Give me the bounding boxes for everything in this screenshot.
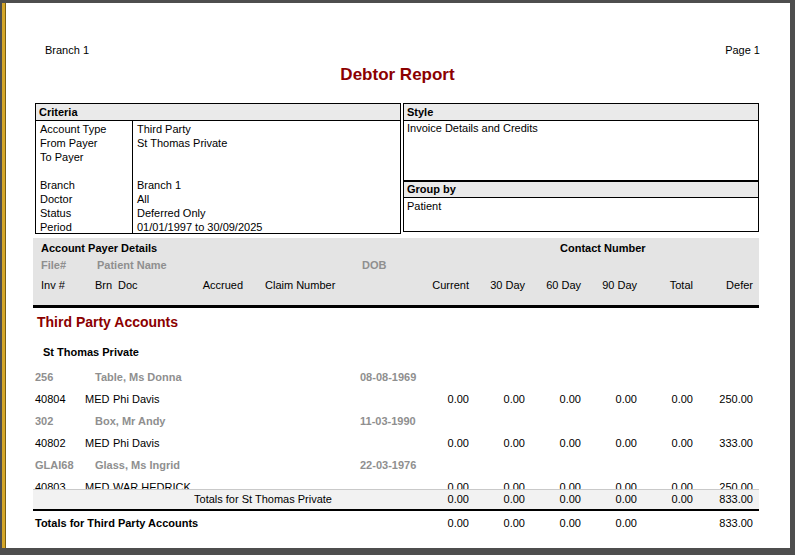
cell-90day: 0.00 [577, 436, 637, 450]
cell-30day: 0.00 [465, 436, 525, 450]
col-brn: Brn [95, 278, 112, 292]
col-60day: 60 Day [521, 278, 581, 292]
col-file: File# [41, 258, 66, 272]
criteria-label: Status [40, 206, 71, 220]
criteria-row: Account Type Third Party [36, 122, 400, 136]
section-title: Third Party Accounts [37, 314, 178, 330]
col-defer: Defer [693, 278, 753, 292]
criteria-value: All [137, 192, 149, 206]
col-doc: Doc [118, 278, 138, 292]
cell-inv: 40804 [35, 392, 66, 406]
cell-defer: 833.00 [693, 516, 753, 530]
col-dob: DOB [362, 258, 386, 272]
band-row-patient-cols: File# Patient Name DOB [0, 258, 795, 274]
cell-current: 0.00 [409, 436, 469, 450]
criteria-value: 01/01/1997 to 30/09/2025 [137, 220, 262, 234]
criteria-row [36, 164, 400, 178]
criteria-row: Period 01/01/1997 to 30/09/2025 [36, 220, 400, 234]
cell-patient-name: Table, Ms Donna [95, 370, 182, 384]
window-frame-bottom [0, 548, 795, 555]
cell-doc: Phi Davis [113, 436, 159, 450]
cell-patient-name: Glass, Ms Ingrid [95, 458, 180, 472]
cell-dob: 22-03-1976 [360, 458, 416, 472]
cell-current: 0.00 [409, 492, 469, 506]
table-row-patient: 302 Box, Mr Andy 11-03-1990 [0, 414, 795, 430]
cell-total: 0.00 [633, 436, 693, 450]
payer-totals-values: 0.00 0.00 0.00 0.00 0.00 833.00 [0, 492, 795, 508]
groupby-value: Patient [403, 197, 759, 232]
cell-brn: MED [85, 436, 109, 450]
cell-inv: 40802 [35, 436, 66, 450]
criteria-label: Branch [40, 178, 75, 192]
table-row-invoice: 40802 MED Phi Davis 0.00 0.00 0.00 0.00 … [0, 436, 795, 452]
page-number: Page 1 [700, 44, 760, 56]
cell-30day: 0.00 [465, 392, 525, 406]
account-totals-row: Totals for Third Party Accounts 0.00 0.0… [0, 516, 795, 532]
col-90day: 90 Day [577, 278, 637, 292]
cell-defer: 250.00 [693, 392, 753, 406]
window-frame-top [0, 0, 795, 3]
cell-current: 0.00 [409, 516, 469, 530]
criteria-value: Deferred Only [137, 206, 205, 220]
branch-label: Branch 1 [45, 44, 89, 56]
band-row-invoice-cols: Inv # Brn Doc Accrued Claim Number Curre… [0, 278, 795, 294]
criteria-row: To Payer [36, 150, 400, 164]
criteria-label: Doctor [40, 192, 72, 206]
cell-30day: 0.00 [465, 492, 525, 506]
col-current: Current [409, 278, 469, 292]
report-title: Debtor Report [0, 65, 795, 85]
criteria-table: Account Type Third Party From Payer St T… [35, 120, 401, 234]
criteria-label: To Payer [40, 150, 83, 164]
criteria-value: Third Party [137, 122, 191, 136]
cell-total: 0.00 [633, 392, 693, 406]
report-viewer-window: Branch 1 Page 1 Debtor Report Criteria A… [0, 0, 795, 555]
cell-dob: 08-08-1969 [360, 370, 416, 384]
totals-divider-rule [33, 509, 759, 511]
criteria-row: Branch Branch 1 [36, 178, 400, 192]
cell-dob: 11-03-1990 [360, 414, 416, 428]
cell-file: 302 [35, 414, 53, 428]
header-band-rule [33, 305, 759, 308]
cell-60day: 0.00 [521, 392, 581, 406]
col-total: Total [633, 278, 693, 292]
cell-defer: 833.00 [693, 492, 753, 506]
col-patient-name: Patient Name [97, 258, 167, 272]
criteria-header: Criteria [35, 103, 401, 121]
criteria-label: From Payer [40, 136, 97, 150]
style-value: Invoice Details and Credits [403, 120, 759, 181]
col-30day: 30 Day [465, 278, 525, 292]
cell-patient-name: Box, Mr Andy [95, 414, 166, 428]
cell-doc: Phi Davis [113, 392, 159, 406]
cell-60day: 0.00 [521, 436, 581, 450]
groupby-header: Group by [403, 181, 759, 198]
criteria-value: Branch 1 [137, 178, 181, 192]
cell-current: 0.00 [409, 392, 469, 406]
cell-brn: MED [85, 392, 109, 406]
cell-90day: 0.00 [577, 492, 637, 506]
col-inv: Inv # [41, 278, 65, 292]
account-totals-label: Totals for Third Party Accounts [35, 516, 198, 530]
cell-90day: 0.00 [577, 392, 637, 406]
col-account-payer-details: Account Payer Details [41, 241, 157, 255]
table-row-invoice: 40804 MED Phi Davis 0.00 0.00 0.00 0.00 … [0, 392, 795, 408]
criteria-label: Account Type [40, 122, 106, 136]
cell-file: GLAI68 [35, 458, 74, 472]
cell-30day: 0.00 [465, 516, 525, 530]
cell-60day: 0.00 [521, 492, 581, 506]
criteria-value: St Thomas Private [137, 136, 227, 150]
col-claim-number: Claim Number [265, 278, 335, 292]
criteria-row: From Payer St Thomas Private [36, 136, 400, 150]
cell-90day: 0.00 [577, 516, 637, 530]
band-row-titles: Account Payer Details Contact Number [0, 241, 795, 257]
cell-defer: 333.00 [693, 436, 753, 450]
payer-group-title: St Thomas Private [43, 346, 139, 358]
col-accrued: Accrued [185, 278, 243, 292]
criteria-label: Period [40, 220, 72, 234]
cell-total: 0.00 [633, 492, 693, 506]
cell-60day: 0.00 [521, 516, 581, 530]
style-header: Style [403, 103, 759, 121]
col-contact-number: Contact Number [560, 241, 646, 255]
cell-file: 256 [35, 370, 53, 384]
table-row-patient: 256 Table, Ms Donna 08-08-1969 [0, 370, 795, 386]
table-row-patient: GLAI68 Glass, Ms Ingrid 22-03-1976 [0, 458, 795, 474]
